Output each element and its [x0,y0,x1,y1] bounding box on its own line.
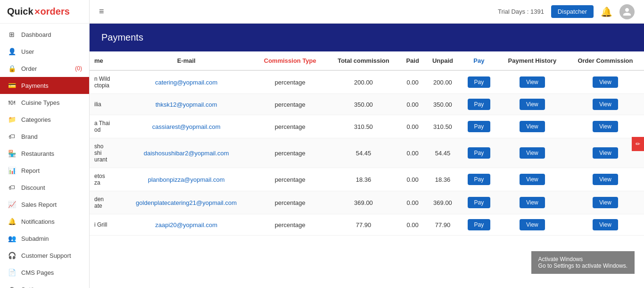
sidebar-item-subadmin[interactable]: 👥 Subadmin [0,230,89,247]
view-order-commission-button[interactable]: View [593,219,618,230]
sidebar-item-settings[interactable]: ⚙ Settings ▾ [0,281,89,288]
cell-name: shoshiurant [90,138,119,168]
order-icon: 🔒 [7,65,17,72]
cell-email: thksk12@yopmail.com [119,94,253,115]
col-commission-type: Commission Type [253,51,327,70]
view-order-commission-button[interactable]: View [593,197,618,208]
pay-button[interactable]: Pay [468,197,491,208]
view-payment-history-button[interactable]: View [520,76,545,88]
sidebar-item-dashboard[interactable]: ⊞ Dashboard [0,26,89,43]
cell-pay: Pay [460,214,498,236]
sidebar-item-label: Cuisine Types [21,99,82,106]
payments-table-container: me E-mail Commission Type Total commissi… [90,51,644,288]
cell-email: daishosushibar2@yopmail.com [119,138,253,168]
logo-icon: ✕ [34,8,40,16]
header: ≡ Trial Days : 1391 Dispatcher 🔔 [90,0,644,24]
view-order-commission-button[interactable]: View [593,121,618,132]
view-order-commission-button[interactable]: View [593,147,618,159]
pay-button[interactable]: Pay [468,147,491,159]
cell-order-commission: View [567,94,644,115]
sidebar-item-payments[interactable]: 💳 Payments [0,77,89,94]
sidebar-item-report[interactable]: 📊 Report [0,162,89,179]
sidebar-item-brand[interactable]: 🏷 Brand [0,128,89,145]
cell-pay: Pay [460,168,498,191]
cell-order-commission: View [567,115,644,138]
cell-unpaid: 77.90 [425,214,460,236]
pay-button[interactable]: Pay [468,76,491,88]
cell-payment-history: View [498,214,567,236]
sidebar-item-user[interactable]: 👤 User [0,43,89,60]
sidebar-item-label: Settings [21,286,79,288]
header-left: ≡ [99,7,104,17]
avatar[interactable] [619,4,635,19]
sidebar-item-label: Categories [21,116,82,123]
discount-icon: 🏷 [7,184,17,191]
cell-commission-type: percentage [253,138,327,168]
cms-icon: 📄 [7,269,17,276]
cell-payment-history: View [498,138,567,168]
sidebar-item-label: Subadmin [21,235,82,242]
sidebar-item-label: Report [21,167,82,174]
hamburger-icon[interactable]: ≡ [99,7,104,17]
cell-order-commission: View [567,168,644,191]
cell-payment-history: View [498,94,567,115]
view-order-commission-button[interactable]: View [593,174,618,185]
cell-total-commission: 18.36 [327,168,400,191]
sidebar-item-label: Payments [21,82,82,89]
table-row: i Grill zaapi20@yopmail.com percentage 7… [90,214,644,236]
sidebar-item-label: Restaurants [21,150,82,157]
sidebar-item-categories[interactable]: 📁 Categories [0,111,89,128]
cell-paid: 0.00 [400,115,425,138]
bell-icon[interactable]: 🔔 [601,6,612,17]
sidebar-item-label: Dashboard [21,31,82,38]
view-order-commission-button[interactable]: View [593,76,618,88]
sidebar-item-cuisine-types[interactable]: 🍽 Cuisine Types [0,94,89,111]
dashboard-icon: ⊞ [7,31,17,38]
cell-order-commission: View [567,214,644,236]
view-payment-history-button[interactable]: View [520,219,545,230]
cell-unpaid: 54.45 [425,138,460,168]
payments-icon: 💳 [7,82,17,89]
col-name: me [90,51,119,70]
support-icon: 🎧 [7,252,17,259]
feedback-button[interactable]: ✏ [632,137,644,151]
sidebar-item-label: Notifications [21,218,82,225]
pay-button[interactable]: Pay [468,174,491,185]
dispatcher-button[interactable]: Dispatcher [551,5,594,18]
view-payment-history-button[interactable]: View [520,174,545,185]
sidebar-item-label: Discount [21,184,82,191]
cell-payment-history: View [498,70,567,94]
sidebar-item-order[interactable]: 🔒 Order (0) [0,60,89,77]
sidebar-item-discount[interactable]: 🏷 Discount [0,179,89,196]
sidebar-item-notifications[interactable]: 🔔 Notifications [0,213,89,230]
main-content: ≡ Trial Days : 1391 Dispatcher 🔔 Payment… [90,0,644,288]
view-order-commission-button[interactable]: View [593,99,618,110]
sidebar-item-label: Brand [21,133,82,140]
sidebar-item-customer-support[interactable]: 🎧 Customer Support [0,247,89,264]
view-payment-history-button[interactable]: View [520,197,545,208]
cell-email: zaapi20@yopmail.com [119,214,253,236]
view-payment-history-button[interactable]: View [520,121,545,132]
cell-payment-history: View [498,115,567,138]
cell-name: i Grill [90,214,119,236]
table-row: a Thaiod cassiarest@yopmail.com percenta… [90,115,644,138]
cell-name: ilia [90,94,119,115]
sidebar-item-cms-pages[interactable]: 📄 CMS Pages [0,264,89,281]
view-payment-history-button[interactable]: View [520,99,545,110]
cell-name: a Thaiod [90,115,119,138]
sidebar-item-sales-report[interactable]: 📈 Sales Report [0,196,89,213]
view-payment-history-button[interactable]: View [520,147,545,159]
pay-button[interactable]: Pay [468,121,491,132]
user-icon: 👤 [7,48,17,55]
sidebar-item-label: User [21,48,82,55]
cell-email: cassiarest@yopmail.com [119,115,253,138]
cell-paid: 0.00 [400,138,425,168]
pay-button[interactable]: Pay [468,99,491,110]
cell-paid: 0.00 [400,191,425,214]
sidebar-item-label: CMS Pages [21,269,82,276]
order-badge: (0) [75,65,82,72]
trial-days: Trial Days : 1391 [498,8,544,15]
sidebar-item-restaurants[interactable]: 🏪 Restaurants [0,145,89,162]
pay-button[interactable]: Pay [468,219,491,230]
cell-pay: Pay [460,191,498,214]
